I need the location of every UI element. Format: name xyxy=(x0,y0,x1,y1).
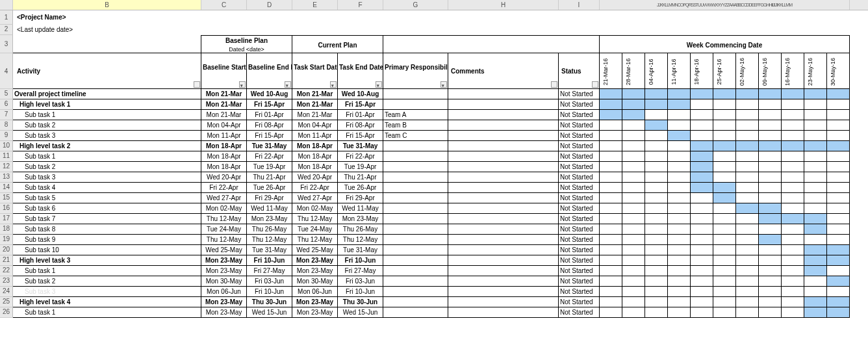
baseline-start-cell[interactable]: Mon 11-Apr xyxy=(201,131,247,141)
gantt-cell[interactable] xyxy=(827,172,850,183)
gantt-cell[interactable] xyxy=(804,235,827,245)
row-header-4[interactable]: 4 xyxy=(0,53,13,89)
baseline-start-cell[interactable]: Mon 02-May xyxy=(201,203,247,214)
row-header-3[interactable]: 3 xyxy=(0,35,13,53)
gantt-cell[interactable] xyxy=(668,141,691,151)
gantt-cell[interactable] xyxy=(713,307,736,318)
status-cell[interactable]: Not Started xyxy=(559,203,600,214)
primary-resp-cell[interactable] xyxy=(383,307,448,318)
gantt-cell[interactable] xyxy=(600,297,622,307)
activity-cell[interactable]: Sub task 9 xyxy=(13,235,201,245)
gantt-cell[interactable] xyxy=(645,110,668,120)
status-cell[interactable]: Not Started xyxy=(559,193,600,203)
gantt-cell[interactable] xyxy=(691,172,713,183)
col-header-G[interactable]: G xyxy=(383,0,448,10)
comments-cell[interactable] xyxy=(448,131,559,141)
gantt-cell[interactable] xyxy=(668,245,691,255)
gantt-cell[interactable] xyxy=(782,141,804,151)
row-header-1[interactable]: 1 xyxy=(0,10,13,25)
task-end-cell[interactable]: Tue 19-Apr xyxy=(338,162,383,172)
activity-cell[interactable]: Sub task 1 xyxy=(13,307,201,318)
gantt-cell[interactable] xyxy=(668,255,691,266)
week-date-header[interactable]: 18-Apr-16 xyxy=(691,53,713,89)
gantt-cell[interactable] xyxy=(736,235,759,245)
task-start-cell[interactable]: Mon 04-Apr xyxy=(292,120,338,131)
gantt-cell[interactable] xyxy=(759,276,782,287)
gantt-cell[interactable] xyxy=(713,141,736,151)
status-cell[interactable]: Not Started xyxy=(559,224,600,235)
activity-cell[interactable]: Overall project timeline xyxy=(13,89,201,99)
gantt-cell[interactable] xyxy=(645,287,668,297)
gantt-cell[interactable] xyxy=(827,214,850,224)
activity-cell[interactable]: Sub task 1 xyxy=(13,151,201,162)
primary-resp-cell[interactable] xyxy=(383,255,448,266)
task-end-cell[interactable]: Thu 12-May xyxy=(338,235,383,245)
comments-cell[interactable] xyxy=(448,214,559,224)
gantt-cell[interactable] xyxy=(691,120,713,131)
gantt-cell[interactable] xyxy=(827,151,850,162)
gantt-cell[interactable] xyxy=(600,203,622,214)
gantt-cell[interactable] xyxy=(782,307,804,318)
gantt-cell[interactable] xyxy=(645,183,668,193)
gantt-cell[interactable] xyxy=(759,245,782,255)
filter-icon[interactable] xyxy=(194,81,200,88)
baseline-start-cell[interactable]: Fri 22-Apr xyxy=(201,183,247,193)
gantt-cell[interactable] xyxy=(645,266,668,276)
table-row[interactable]: 18Sub task 8Tue 24-MayThu 26-MayTue 24-M… xyxy=(0,224,868,235)
activity-cell[interactable]: Sub task 4 xyxy=(13,183,201,193)
baseline-end-cell[interactable]: Fri 01-Apr xyxy=(247,110,292,120)
gantt-cell[interactable] xyxy=(759,110,782,120)
gantt-cell[interactable] xyxy=(622,131,645,141)
gantt-cell[interactable] xyxy=(622,245,645,255)
gantt-cell[interactable] xyxy=(600,307,622,318)
gantt-cell[interactable] xyxy=(668,266,691,276)
activity-cell[interactable]: Sub task 6 xyxy=(13,203,201,214)
gantt-cell[interactable] xyxy=(827,120,850,131)
filter-icon[interactable] xyxy=(551,81,557,88)
baseline-end-cell[interactable]: Thu 30-Jun xyxy=(247,297,292,307)
week-date-header[interactable]: 11-Apr-16 xyxy=(668,53,691,89)
comments-cell[interactable] xyxy=(448,224,559,235)
baseline-end-cell[interactable]: Wed 10-Aug xyxy=(247,89,292,99)
gantt-cell[interactable] xyxy=(827,193,850,203)
gantt-cell[interactable] xyxy=(827,307,850,318)
col-header-B[interactable]: B xyxy=(13,0,201,10)
primary-resp-cell[interactable] xyxy=(383,203,448,214)
gantt-cell[interactable] xyxy=(804,131,827,141)
status-cell[interactable]: Not Started xyxy=(559,99,600,110)
task-start-cell[interactable]: Thu 12-May xyxy=(292,235,338,245)
primary-resp-cell[interactable] xyxy=(383,99,448,110)
gantt-cell[interactable] xyxy=(827,297,850,307)
gantt-cell[interactable] xyxy=(804,172,827,183)
baseline-start-cell[interactable]: Mon 18-Apr xyxy=(201,151,247,162)
filter-icon[interactable] xyxy=(285,81,291,88)
row-header[interactable]: 12 xyxy=(0,162,13,172)
primary-resp-cell[interactable] xyxy=(383,89,448,99)
gantt-cell[interactable] xyxy=(600,172,622,183)
gantt-cell[interactable] xyxy=(622,110,645,120)
gantt-cell[interactable] xyxy=(804,266,827,276)
gantt-cell[interactable] xyxy=(668,162,691,172)
gantt-cell[interactable] xyxy=(668,89,691,99)
gantt-cell[interactable] xyxy=(827,89,850,99)
gantt-cell[interactable] xyxy=(600,131,622,141)
gantt-cell[interactable] xyxy=(691,214,713,224)
activity-cell[interactable]: Sub task 2 xyxy=(13,276,201,287)
gantt-cell[interactable] xyxy=(691,162,713,172)
gantt-cell[interactable] xyxy=(804,203,827,214)
baseline-end-cell[interactable]: Thu 21-Apr xyxy=(247,172,292,183)
primary-resp-cell[interactable] xyxy=(383,172,448,183)
col-header-F[interactable]: F xyxy=(338,0,383,10)
gantt-cell[interactable] xyxy=(736,307,759,318)
gantt-cell[interactable] xyxy=(827,276,850,287)
gantt-cell[interactable] xyxy=(668,214,691,224)
gantt-cell[interactable] xyxy=(600,183,622,193)
gantt-cell[interactable] xyxy=(622,266,645,276)
baseline-start-cell[interactable]: Mon 21-Mar xyxy=(201,89,247,99)
gantt-cell[interactable] xyxy=(645,297,668,307)
week-date-header[interactable]: 04-Apr-16 xyxy=(645,53,668,89)
baseline-end-cell[interactable]: Tue 26-Apr xyxy=(247,183,292,193)
gantt-cell[interactable] xyxy=(782,297,804,307)
gantt-cell[interactable] xyxy=(622,120,645,131)
gantt-cell[interactable] xyxy=(600,214,622,224)
